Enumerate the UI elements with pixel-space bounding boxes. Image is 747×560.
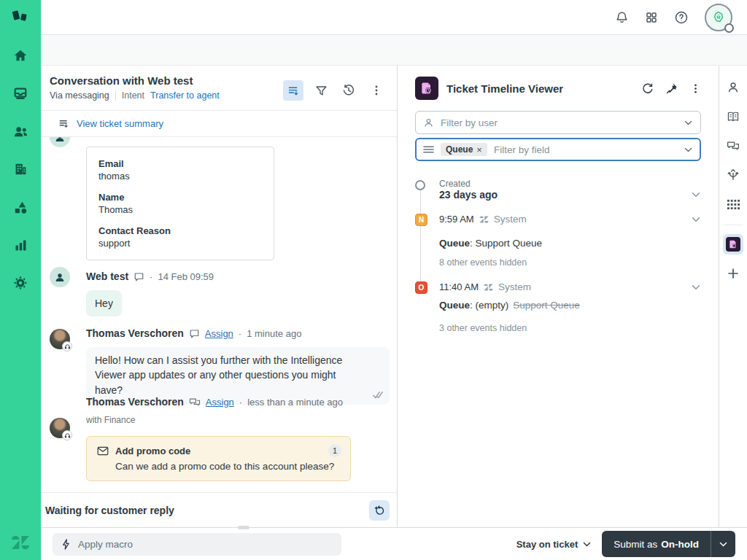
filter-user-field[interactable] (441, 117, 677, 128)
agent-avatar (50, 329, 70, 349)
conversation-toolbar (283, 74, 387, 110)
assign-link[interactable]: Assign (206, 397, 234, 408)
reporting-icon[interactable] (9, 233, 32, 257)
submit-as-onhold-button[interactable]: Submit as On-hold (602, 531, 711, 557)
chevron-down-icon[interactable] (684, 118, 693, 128)
knowledge-book-icon[interactable] (723, 106, 743, 127)
assign-link[interactable]: Assign (205, 328, 233, 339)
ticket-fields-card: Email thomas Name Thomas Contact Reason … (86, 147, 274, 260)
queue-filter-tag[interactable]: Queue × (441, 143, 487, 156)
help-icon[interactable] (674, 10, 689, 25)
summary-lines-icon (58, 118, 69, 129)
field-label: Contact Reason (98, 225, 262, 236)
chevron-down-icon[interactable] (684, 145, 693, 155)
filter-by-user-input[interactable] (415, 111, 701, 134)
removed-value: Support Queue (513, 300, 580, 311)
chevron-down-icon[interactable] (691, 282, 701, 292)
chevron-down-icon[interactable] (691, 190, 701, 200)
separator-dot: · (239, 397, 242, 408)
separator-dot: · (239, 328, 241, 339)
conversation-panel: Conversation with Web test Via messaging… (41, 66, 398, 527)
primary-nav (0, 0, 41, 560)
field-value: thomas (98, 171, 262, 182)
headset-badge-icon (62, 430, 72, 440)
message-header: Thomas Verschoren Assign · less than a m… (86, 396, 343, 408)
field-value: support (98, 238, 262, 249)
reply-count-badge: 1 (328, 444, 341, 457)
created-node-icon (415, 180, 425, 190)
event-time: 9:59 AM (439, 214, 474, 225)
status-open-badge: O (415, 281, 427, 294)
view-ticket-summary-link[interactable]: View ticket summary (77, 118, 163, 129)
agent-avatar (50, 418, 70, 438)
submit-button-group: Submit as On-hold (602, 531, 735, 557)
separator-dot: · (150, 271, 152, 282)
intent-link[interactable]: Transfer to agent (150, 90, 220, 101)
ai-suggest-reply-button[interactable] (369, 500, 390, 521)
delivered-checkmarks-icon (372, 391, 384, 399)
field-label: Name (98, 192, 262, 203)
event-time: 11:40 AM (439, 281, 479, 292)
conversation-options-kebab-icon[interactable] (366, 80, 387, 101)
drag-handle-icon (423, 145, 434, 154)
message-time: 1 minute ago (247, 328, 301, 339)
ticket-timeline-viewer-rail-icon[interactable] (723, 234, 743, 254)
conversations-bubbles-icon[interactable] (723, 136, 743, 156)
admin-icon[interactable] (9, 271, 32, 295)
customers-icon[interactable] (9, 120, 32, 143)
add-app-plus-icon[interactable] (723, 263, 743, 284)
status-indicator (724, 23, 734, 33)
summarize-button[interactable] (283, 80, 303, 101)
stay-label: Stay on ticket (516, 539, 578, 550)
views-icon[interactable] (9, 82, 32, 105)
macro-lightning-icon (61, 539, 71, 550)
app-title: Ticket Timeline Viewer (446, 82, 633, 95)
filter-field-field[interactable] (494, 144, 677, 155)
chevron-down-icon[interactable] (691, 214, 701, 225)
apps-grid-icon[interactable] (723, 194, 743, 214)
top-bar (41, 0, 747, 35)
apply-macro-input[interactable]: Apply macro (53, 533, 341, 556)
created-label: Created (439, 179, 498, 189)
created-time: 23 days ago (439, 189, 498, 201)
customer-message-bubble: Hey (86, 290, 122, 316)
message-time: less than a minute ago (247, 397, 343, 408)
user-context-icon[interactable] (723, 77, 743, 98)
side-conversation-card[interactable]: Add promo code 1 Can we add a promo code… (86, 436, 351, 481)
tag-label: Queue (446, 144, 473, 155)
organizations-icon[interactable] (9, 158, 32, 181)
message-author: Thomas Verschoren (86, 327, 184, 339)
routing-branch-icon[interactable] (723, 165, 743, 185)
stay-on-ticket-button[interactable]: Stay on ticket (516, 539, 592, 550)
conversation-scroll-area[interactable]: Email thomas Name Thomas Contact Reason … (41, 137, 397, 492)
history-button[interactable] (338, 80, 359, 101)
app-options-kebab-icon[interactable] (690, 83, 701, 94)
product-tray-grid-icon[interactable] (645, 11, 658, 24)
submit-options-chevron[interactable] (711, 531, 735, 557)
channel-label: Via messaging (50, 90, 109, 101)
event-change: Queue: Support Queue (439, 238, 542, 249)
ticket-tab-strip (41, 35, 747, 66)
message-header: Web test · 14 Feb 09:59 (86, 271, 214, 282)
hidden-events-note: 3 other events hidden (439, 323, 527, 333)
composer-drag-handle[interactable] (238, 526, 249, 529)
intent-label: Intent (122, 90, 144, 101)
message-text: Hello! How can I assist you further with… (95, 354, 342, 396)
pin-icon[interactable] (666, 82, 678, 94)
home-icon[interactable] (9, 44, 32, 67)
user-avatar[interactable] (705, 4, 732, 31)
objects-icon[interactable] (9, 195, 32, 219)
filter-button[interactable] (311, 80, 331, 101)
filter-by-field-input[interactable]: Queue × (415, 138, 701, 161)
notifications-bell-icon[interactable] (615, 10, 629, 24)
messaging-channel-icon (189, 328, 200, 339)
view-ticket-summary-row[interactable]: View ticket summary (41, 111, 397, 137)
remove-tag-icon[interactable]: × (476, 145, 482, 155)
conversation-header: Conversation with Web test Via messaging… (41, 66, 397, 111)
macro-placeholder: Apply macro (78, 539, 133, 550)
person-icon (423, 117, 434, 128)
zendesk-product-logo[interactable] (9, 6, 31, 28)
message-text: Hey (95, 298, 113, 309)
refresh-icon[interactable] (641, 82, 654, 95)
field-label: Email (98, 158, 262, 169)
